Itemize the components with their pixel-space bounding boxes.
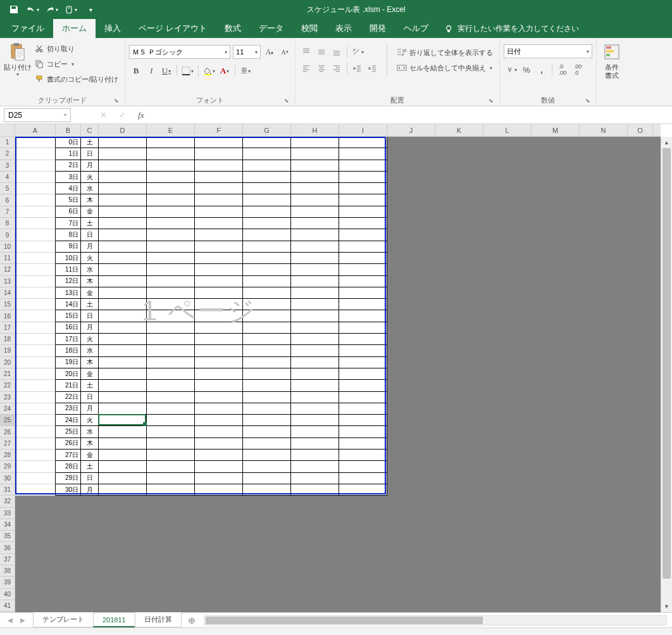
cell-L4[interactable] — [483, 172, 532, 183]
column-headers[interactable]: ABCDEFGHIJKLMNO — [15, 124, 661, 137]
cell-M7[interactable] — [532, 206, 580, 218]
row-header-9[interactable]: 9 — [0, 229, 15, 241]
cell-I7[interactable] — [339, 206, 387, 218]
cell-O5[interactable] — [628, 183, 653, 194]
cell-G23[interactable] — [243, 392, 291, 403]
cell-M16[interactable] — [532, 310, 580, 322]
cell-I34[interactable] — [339, 519, 387, 531]
cell-B24[interactable]: 23日 — [56, 403, 81, 415]
cell-N1[interactable] — [580, 137, 628, 148]
cell-K21[interactable] — [435, 368, 483, 380]
cell-O37[interactable] — [628, 554, 653, 565]
cell-C2[interactable]: 日 — [81, 148, 99, 160]
cell-C41[interactable] — [81, 600, 99, 612]
cell-C5[interactable]: 水 — [81, 183, 99, 194]
cell-F35[interactable] — [195, 531, 243, 542]
cell-N8[interactable] — [580, 218, 628, 229]
cell-J39[interactable] — [387, 577, 435, 588]
cell-L28[interactable] — [483, 450, 532, 461]
cell-M34[interactable] — [532, 519, 580, 531]
cell-O8[interactable] — [628, 218, 653, 229]
cell-C9[interactable]: 日 — [81, 229, 99, 241]
cell-M2[interactable] — [532, 148, 580, 160]
cell-H39[interactable] — [291, 577, 339, 588]
cell-K20[interactable] — [435, 357, 483, 368]
cell-J28[interactable] — [387, 450, 435, 461]
row-header-33[interactable]: 33 — [0, 508, 15, 519]
decrease-indent-button[interactable] — [351, 61, 364, 75]
cell-O34[interactable] — [628, 519, 653, 531]
cell-O30[interactable] — [628, 473, 653, 484]
cell-E4[interactable] — [147, 172, 195, 183]
cell-I6[interactable] — [339, 194, 387, 206]
cell-J7[interactable] — [387, 206, 435, 218]
row-header-26[interactable]: 26 — [0, 426, 15, 437]
cell-N37[interactable] — [580, 554, 628, 565]
column-header-F[interactable]: F — [195, 124, 243, 136]
cell-D25[interactable] — [99, 415, 147, 426]
cell-F18[interactable] — [195, 334, 243, 345]
cell-O15[interactable] — [628, 299, 653, 310]
cell-J15[interactable] — [387, 299, 435, 310]
cell-O25[interactable] — [628, 415, 653, 426]
cell-N31[interactable] — [580, 484, 628, 496]
cell-C20[interactable]: 木 — [81, 357, 99, 368]
select-all-button[interactable] — [0, 124, 15, 137]
cell-F14[interactable] — [195, 287, 243, 299]
cell-O11[interactable] — [628, 253, 653, 264]
cell-L33[interactable] — [483, 508, 532, 519]
cell-I13[interactable] — [339, 276, 387, 287]
cell-H28[interactable] — [291, 450, 339, 461]
cell-J17[interactable] — [387, 322, 435, 334]
cell-I29[interactable] — [339, 461, 387, 472]
cell-I37[interactable] — [339, 554, 387, 565]
cell-O24[interactable] — [628, 403, 653, 415]
cell-G41[interactable] — [243, 600, 291, 612]
cell-F23[interactable] — [195, 392, 243, 403]
cell-D16[interactable] — [99, 310, 147, 322]
cell-A24[interactable] — [15, 403, 56, 415]
cell-H12[interactable] — [291, 264, 339, 275]
cell-O33[interactable] — [628, 508, 653, 519]
cell-J35[interactable] — [387, 531, 435, 542]
cell-H13[interactable] — [291, 276, 339, 287]
cell-D39[interactable] — [99, 577, 147, 588]
cell-K5[interactable] — [435, 183, 483, 194]
cell-M33[interactable] — [532, 508, 580, 519]
row-header-6[interactable]: 6 — [0, 194, 15, 206]
cell-I18[interactable] — [339, 334, 387, 345]
font-dialog-launcher[interactable]: ⬊ — [282, 96, 291, 105]
cell-B40[interactable] — [56, 589, 81, 600]
cell-J36[interactable] — [387, 542, 435, 553]
qat-customize-button[interactable]: ▾ — [81, 1, 99, 18]
cell-K10[interactable] — [435, 241, 483, 253]
cell-G30[interactable] — [243, 473, 291, 484]
cell-N7[interactable] — [580, 206, 628, 218]
cell-O20[interactable] — [628, 357, 653, 368]
cell-D4[interactable] — [99, 172, 147, 183]
cell-L34[interactable] — [483, 519, 532, 531]
cell-O41[interactable] — [628, 600, 653, 612]
cell-E22[interactable] — [147, 380, 195, 391]
cell-I15[interactable] — [339, 299, 387, 310]
cell-E19[interactable] — [147, 345, 195, 356]
cell-D30[interactable] — [99, 473, 147, 484]
format-painter-button[interactable]: 書式のコピー/貼り付け — [32, 72, 121, 86]
cell-I35[interactable] — [339, 531, 387, 542]
tab-page-layout[interactable]: ページ レイアウト — [130, 19, 216, 38]
alignment-dialog-launcher[interactable]: ⬊ — [487, 96, 495, 105]
cell-M8[interactable] — [532, 218, 580, 229]
row-header-23[interactable]: 23 — [0, 392, 15, 403]
cell-A11[interactable] — [15, 253, 56, 264]
cell-N5[interactable] — [580, 183, 628, 194]
decrease-font-button[interactable]: A▾ — [278, 45, 291, 59]
borders-button[interactable]: ▾ — [180, 64, 195, 78]
cell-J30[interactable] — [387, 473, 435, 484]
cell-M30[interactable] — [532, 473, 580, 484]
cell-I32[interactable] — [339, 496, 387, 507]
cell-B3[interactable]: 2日 — [56, 160, 81, 172]
cell-C12[interactable]: 水 — [81, 264, 99, 275]
decrease-decimal-button[interactable]: .00.0 — [571, 63, 585, 77]
cell-F27[interactable] — [195, 438, 243, 450]
cell-M4[interactable] — [532, 172, 580, 183]
